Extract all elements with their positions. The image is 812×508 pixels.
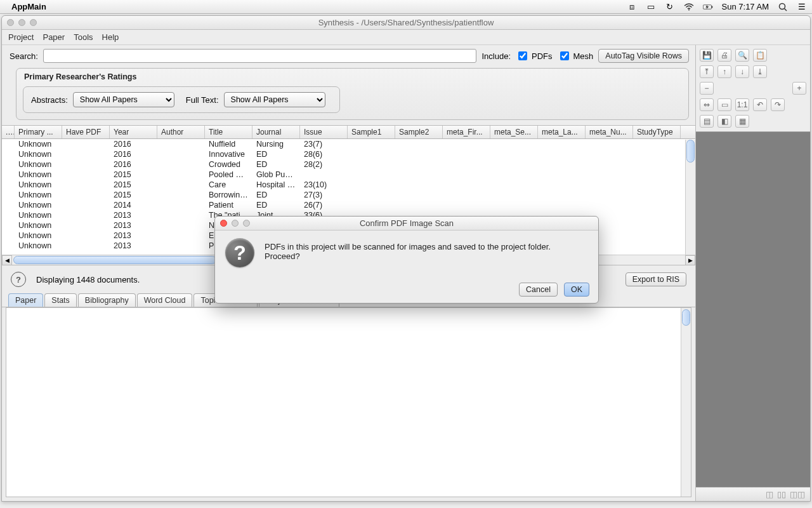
fulltext-select[interactable]: Show All Papers <box>224 92 325 107</box>
table-cell: Unknown <box>15 201 62 210</box>
dialog-close-button[interactable] <box>220 220 227 227</box>
zoom-in-icon[interactable]: + <box>792 82 806 95</box>
prev-page-icon[interactable]: ↑ <box>717 65 731 78</box>
cancel-button[interactable]: Cancel <box>519 283 558 297</box>
col-primary[interactable]: Primary ... <box>15 126 62 138</box>
wifi-icon[interactable] <box>684 2 694 12</box>
col-studytype[interactable]: StudyType <box>633 126 681 138</box>
table-row[interactable]: Unknown2015CareHospital cas23(10) <box>2 180 695 190</box>
menubar-clock[interactable]: Sun 7:17 AM <box>722 2 769 11</box>
table-cell: Nuffield <box>205 140 252 149</box>
table-header: ... Primary ... Have PDF Year Author Tit… <box>2 126 695 139</box>
col-metala[interactable]: meta_La... <box>538 126 586 138</box>
col-journal[interactable]: Journal <box>252 126 300 138</box>
actual-size-icon[interactable]: 1:1 <box>735 98 749 111</box>
rotate-left-icon[interactable]: ↶ <box>753 98 767 111</box>
col-expand[interactable]: ... <box>2 126 15 138</box>
save-icon[interactable]: 💾 <box>700 49 714 62</box>
table-cell: Unknown <box>15 170 62 179</box>
table-cell: Care <box>205 180 252 189</box>
tab-stats[interactable]: Stats <box>44 293 77 307</box>
table-cell: 2016 <box>110 150 157 159</box>
table-cell: Unknown <box>15 231 62 240</box>
system-menubar: AppMain ⧈ ▭ ↻ Sun 7:17 AM ☰ <box>0 0 812 14</box>
table-cell: Innovative <box>205 150 252 159</box>
notification-center-icon[interactable]: ☰ <box>797 2 807 12</box>
zoom-out-icon[interactable]: − <box>700 82 714 95</box>
ok-button[interactable]: OK <box>564 283 589 297</box>
status-icon-3[interactable]: ◫◫ <box>790 490 805 499</box>
dialog-message: PDFs in this project will be scanned for… <box>265 238 588 267</box>
dialog-title: Confirm PDF Image Scan <box>360 218 454 228</box>
find-icon[interactable]: 🔍 <box>735 49 749 62</box>
menu-tools[interactable]: Tools <box>74 32 93 42</box>
ratings-panel: Primary Researcher's Ratings Abstracts: … <box>16 68 689 120</box>
view-mode-3-icon[interactable]: ▦ <box>735 115 749 128</box>
fit-width-icon[interactable]: ⇔ <box>700 98 714 111</box>
include-pdfs-checkbox[interactable]: PDFs <box>516 50 553 62</box>
table-row[interactable]: Unknown2016NuffieldNursing23(7) <box>2 139 695 149</box>
table-cell: Crowded <box>205 160 252 169</box>
rotate-right-icon[interactable]: ↷ <box>771 98 785 111</box>
col-title[interactable]: Title <box>205 126 252 138</box>
include-mesh-checkbox[interactable]: Mesh <box>558 50 594 62</box>
battery-icon[interactable] <box>703 2 713 12</box>
table-row[interactable]: Unknown2016CrowdedED28(2) <box>2 159 695 170</box>
col-issue[interactable]: Issue <box>300 126 348 138</box>
table-cell: ED <box>252 201 300 210</box>
table-row[interactable]: Unknown2016InnovativeED28(6) <box>2 149 695 159</box>
table-cell: 2015 <box>110 190 157 199</box>
table-vertical-scrollbar[interactable] <box>685 140 695 255</box>
window-title: Synthesis - /Users/Shared/Synthesis/pati… <box>318 18 494 27</box>
col-metanu[interactable]: meta_Nu... <box>586 126 633 138</box>
tab-paper[interactable]: Paper <box>8 293 43 307</box>
col-sample1[interactable]: Sample1 <box>348 126 395 138</box>
table-cell: ED <box>252 190 300 199</box>
menubar-app-name[interactable]: AppMain <box>11 2 46 11</box>
table-row[interactable]: Unknown2015Borrowing yeED27(3) <box>2 190 695 200</box>
status-icon-1[interactable]: ◫ <box>766 490 773 499</box>
col-sample2[interactable]: Sample2 <box>395 126 443 138</box>
timemachine-icon[interactable]: ↻ <box>665 2 675 12</box>
table-row[interactable]: Unknown2014PatientED26(7) <box>2 200 695 210</box>
spotlight-icon[interactable] <box>778 2 788 12</box>
detail-vertical-scrollbar[interactable] <box>681 308 691 497</box>
last-page-icon[interactable]: ⤓ <box>753 65 767 78</box>
next-page-icon[interactable]: ↓ <box>735 65 749 78</box>
window-minimize-button[interactable] <box>18 19 25 26</box>
print-icon[interactable]: 🖨 <box>717 49 731 62</box>
col-year[interactable]: Year <box>110 126 157 138</box>
status-icon-2[interactable]: ▯▯ <box>777 490 786 499</box>
view-mode-2-icon[interactable]: ◧ <box>717 115 731 128</box>
dropbox-icon[interactable]: ⧈ <box>627 2 637 12</box>
confirm-dialog: Confirm PDF Image Scan ? PDFs in this pr… <box>214 216 599 304</box>
search-input[interactable] <box>43 49 477 63</box>
menu-paper[interactable]: Paper <box>43 32 65 42</box>
scroll-left-arrow-icon[interactable]: ◀ <box>2 255 12 265</box>
table-row[interactable]: Unknown2015Pooled RefeGlob Public <box>2 170 695 180</box>
tab-wordcloud[interactable]: Word Cloud <box>137 293 193 307</box>
table-cell: Unknown <box>15 160 62 169</box>
view-mode-1-icon[interactable]: ▤ <box>700 115 714 128</box>
menu-help[interactable]: Help <box>102 32 119 42</box>
table-cell: 28(2) <box>300 160 348 169</box>
window-close-button[interactable] <box>7 19 14 26</box>
autotag-button[interactable]: AutoTag Visible Rows <box>598 49 689 63</box>
display-icon[interactable]: ▭ <box>646 2 656 12</box>
fit-page-icon[interactable]: ▭ <box>717 98 731 111</box>
table-cell: 27(3) <box>300 190 348 199</box>
menu-project[interactable]: Project <box>8 32 34 42</box>
export-ris-button[interactable]: Export to RIS <box>625 272 686 286</box>
col-metase[interactable]: meta_Se... <box>490 126 538 138</box>
scroll-right-arrow-icon[interactable]: ▶ <box>685 255 695 265</box>
abstracts-select[interactable]: Show All Papers <box>73 92 174 107</box>
help-icon[interactable]: ? <box>11 272 26 287</box>
col-metafir[interactable]: meta_Fir... <box>443 126 490 138</box>
tab-bibliography[interactable]: Bibliography <box>78 293 136 307</box>
col-havepdf[interactable]: Have PDF <box>62 126 110 138</box>
copy-icon[interactable]: 📋 <box>753 49 767 62</box>
window-zoom-button[interactable] <box>30 19 37 26</box>
first-page-icon[interactable]: ⤒ <box>700 65 714 78</box>
scroll-thumb[interactable] <box>13 256 216 264</box>
col-author[interactable]: Author <box>157 126 205 138</box>
